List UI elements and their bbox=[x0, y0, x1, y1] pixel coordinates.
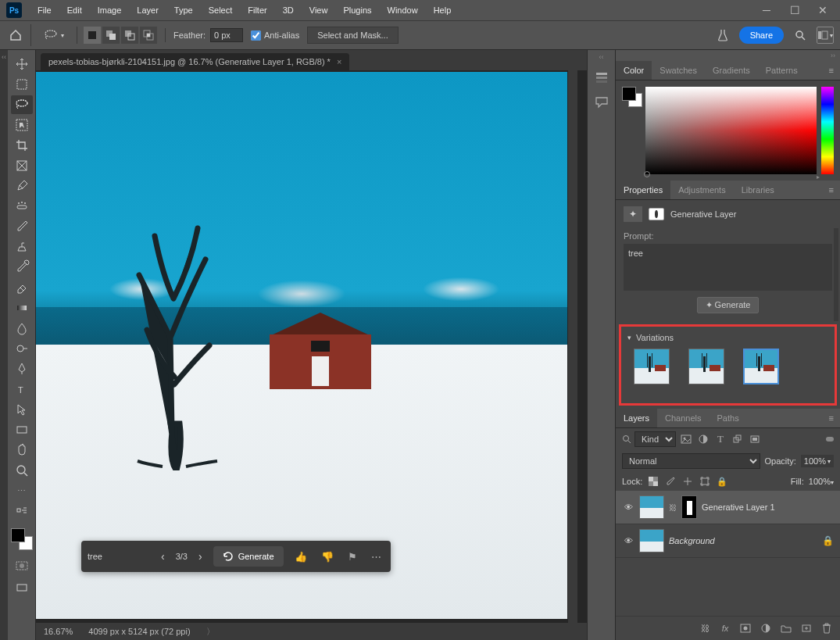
home-button[interactable] bbox=[6, 24, 31, 46]
close-icon[interactable]: × bbox=[337, 57, 341, 66]
feather-input[interactable] bbox=[210, 28, 243, 42]
tab-color[interactable]: Color bbox=[616, 61, 652, 80]
move-tool[interactable] bbox=[11, 55, 33, 73]
properties-generate-button[interactable]: ✦ Generate bbox=[697, 297, 760, 313]
menu-3d[interactable]: 3D bbox=[275, 2, 302, 18]
select-and-mask-button[interactable]: Select and Mask... bbox=[307, 27, 399, 44]
link-layers-icon[interactable]: ⛓ bbox=[698, 621, 712, 635]
menu-view[interactable]: View bbox=[302, 2, 336, 18]
workspace-switcher[interactable]: ▾ bbox=[817, 27, 834, 44]
canvas-vertical-scrollbar[interactable] bbox=[568, 70, 577, 623]
quick-mask-toggle[interactable] bbox=[11, 556, 33, 575]
clone-stamp-tool[interactable] bbox=[11, 238, 33, 256]
flag-icon[interactable]: ⚑ bbox=[345, 548, 360, 566]
tab-swatches[interactable]: Swatches bbox=[652, 61, 705, 80]
tab-layers[interactable]: Layers bbox=[616, 409, 657, 427]
lock-pixels-icon[interactable] bbox=[664, 475, 677, 488]
antialias-input[interactable] bbox=[251, 30, 261, 41]
tab-channels[interactable]: Channels bbox=[657, 409, 709, 427]
menu-layer[interactable]: Layer bbox=[129, 2, 166, 18]
object-selection-tool[interactable] bbox=[11, 116, 33, 134]
variation-thumb-1[interactable] bbox=[634, 349, 670, 384]
visibility-toggle-icon[interactable]: 👁 bbox=[622, 536, 634, 545]
tab-properties[interactable]: Properties bbox=[616, 181, 670, 199]
thumbs-up-icon[interactable]: 👍 bbox=[291, 548, 310, 566]
marquee-tool[interactable] bbox=[11, 75, 33, 94]
menu-type[interactable]: Type bbox=[166, 2, 201, 18]
layer-style-icon[interactable]: fx bbox=[718, 621, 732, 635]
search-icon[interactable] bbox=[792, 27, 809, 44]
zoom-tool[interactable] bbox=[11, 461, 33, 480]
window-minimize-icon[interactable]: ─ bbox=[756, 4, 777, 16]
menu-image[interactable]: Image bbox=[90, 2, 130, 18]
hand-tool[interactable] bbox=[11, 441, 33, 459]
more-icon[interactable]: ⋯ bbox=[368, 548, 384, 566]
filter-kind-select[interactable]: Kind bbox=[634, 431, 676, 447]
brush-tool[interactable] bbox=[11, 217, 33, 236]
menu-select[interactable]: Select bbox=[201, 2, 241, 18]
fill-input[interactable]: 100%▾ bbox=[809, 477, 834, 486]
lock-artboard-icon[interactable] bbox=[699, 475, 711, 488]
panels-collapse-handle[interactable]: ›› bbox=[616, 50, 840, 61]
layer-name[interactable]: Generative Layer 1 bbox=[702, 502, 834, 512]
history-panel-icon[interactable] bbox=[593, 69, 610, 86]
mask-thumbnail[interactable] bbox=[681, 495, 697, 519]
variation-thumb-3[interactable] bbox=[743, 349, 779, 384]
tab-paths[interactable]: Paths bbox=[710, 409, 747, 427]
opacity-input[interactable]: 100%▾ bbox=[801, 455, 834, 467]
crop-tool[interactable] bbox=[11, 136, 33, 155]
tab-gradients[interactable]: Gradients bbox=[705, 61, 758, 80]
lock-transparent-icon[interactable] bbox=[647, 475, 659, 488]
dodge-tool[interactable] bbox=[11, 339, 33, 358]
filter-adjustment-icon[interactable] bbox=[696, 432, 710, 446]
filter-shape-icon[interactable] bbox=[731, 432, 745, 446]
tab-libraries[interactable]: Libraries bbox=[734, 181, 782, 199]
add-mask-icon[interactable] bbox=[738, 621, 752, 635]
layer-row[interactable]: 👁 ⛓ Generative Layer 1 bbox=[616, 491, 840, 524]
edit-toolbar-icon[interactable] bbox=[11, 502, 33, 520]
document-tab[interactable]: pexels-tobias-bjørkli-2104151.jpg @ 16.7… bbox=[41, 53, 349, 70]
panel-menu-icon[interactable]: ≡ bbox=[823, 410, 840, 426]
foreground-swatch[interactable] bbox=[11, 528, 25, 542]
gradient-tool[interactable] bbox=[11, 299, 33, 317]
filter-toggle-switch[interactable] bbox=[826, 437, 834, 442]
ctx-generate-button[interactable]: Generate bbox=[213, 546, 284, 567]
new-layer-icon[interactable] bbox=[799, 621, 813, 635]
adjustment-layer-icon[interactable] bbox=[759, 621, 773, 635]
eyedropper-tool[interactable] bbox=[11, 177, 33, 195]
layer-name[interactable]: Background bbox=[669, 536, 817, 545]
status-arrow-icon[interactable]: 〉 bbox=[206, 626, 215, 638]
healing-brush-tool[interactable] bbox=[11, 197, 33, 216]
selection-intersect-button[interactable] bbox=[140, 27, 157, 44]
zoom-level[interactable]: 16.67% bbox=[44, 627, 73, 636]
tool-preset-dropdown[interactable]: ▾ bbox=[39, 28, 69, 42]
variations-header[interactable]: ▾ Variations bbox=[627, 333, 828, 342]
toolbar-collapse-handle[interactable]: ‹‹ bbox=[0, 50, 8, 640]
delete-layer-icon[interactable] bbox=[820, 621, 834, 635]
expand-panels-handle[interactable]: ‹‹ bbox=[599, 53, 604, 61]
menu-file[interactable]: File bbox=[30, 2, 59, 18]
properties-scrollbar[interactable] bbox=[834, 228, 838, 321]
ctx-next-icon[interactable]: › bbox=[195, 547, 206, 566]
ctx-prev-icon[interactable]: ‹ bbox=[158, 547, 168, 566]
window-close-icon[interactable]: ✕ bbox=[812, 4, 834, 16]
color-picker-field[interactable] bbox=[645, 87, 817, 174]
variation-thumb-2[interactable] bbox=[688, 349, 724, 384]
window-maximize-icon[interactable]: ☐ bbox=[784, 4, 806, 16]
blend-mode-select[interactable]: Normal bbox=[622, 453, 760, 469]
panel-menu-icon[interactable]: ≡ bbox=[823, 63, 840, 78]
menu-help[interactable]: Help bbox=[426, 2, 459, 18]
filter-pixel-icon[interactable] bbox=[679, 432, 693, 446]
rectangle-tool[interactable] bbox=[11, 420, 33, 439]
color-swatches[interactable] bbox=[11, 528, 33, 550]
type-tool[interactable]: T bbox=[11, 380, 33, 399]
beaker-icon[interactable] bbox=[714, 27, 731, 44]
pen-tool[interactable] bbox=[11, 359, 33, 378]
history-brush-tool[interactable] bbox=[11, 258, 33, 277]
menu-window[interactable]: Window bbox=[380, 2, 426, 18]
screen-mode-toggle[interactable] bbox=[11, 578, 33, 597]
color-fg-bg-swatches[interactable] bbox=[622, 87, 641, 174]
eraser-tool[interactable] bbox=[11, 278, 33, 297]
lock-position-icon[interactable] bbox=[681, 475, 694, 488]
more-tools-icon[interactable]: ⋯ bbox=[11, 481, 33, 500]
